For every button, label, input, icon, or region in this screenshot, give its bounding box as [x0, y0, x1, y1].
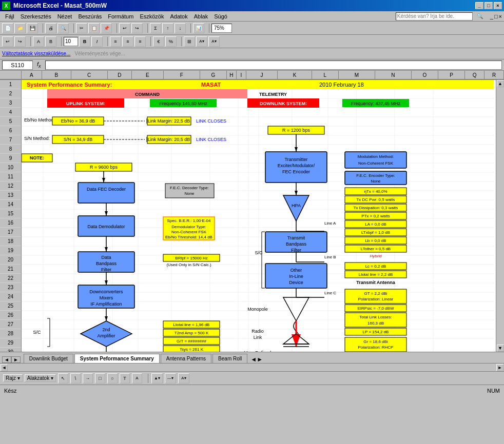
chart-button[interactable]: 📊 — [193, 23, 204, 33]
col-header-n[interactable]: N — [375, 71, 412, 79]
align-right-button[interactable]: ≡ — [134, 36, 146, 47]
row-27[interactable]: 27 — [0, 320, 21, 329]
tab-beam-roll[interactable]: Beam Roll — [212, 354, 247, 363]
draw-font-color-button[interactable]: A▾ — [178, 373, 189, 384]
vertical-scrollbar[interactable]: ▲ ▼ — [496, 80, 504, 352]
currency-button[interactable]: € — [153, 36, 164, 47]
row-17[interactable]: 17 — [0, 228, 21, 237]
row-6[interactable]: 6 — [0, 126, 21, 135]
new-button[interactable]: 📄 — [2, 23, 13, 33]
draw-arrow-button[interactable]: → — [83, 373, 93, 384]
menu-view[interactable]: Nézet — [54, 12, 75, 21]
help-search-input[interactable] — [396, 12, 473, 21]
col-header-l[interactable]: L — [312, 71, 339, 79]
scroll-left-button[interactable]: ◄ — [1, 364, 8, 371]
draw-wordart-button[interactable]: A — [132, 373, 142, 384]
col-header-m[interactable]: M — [339, 71, 375, 79]
row-20[interactable]: 20 — [0, 255, 21, 265]
sort-asc-button[interactable]: ↑ — [162, 23, 173, 33]
row-26[interactable]: 26 — [0, 311, 21, 320]
align-center-button[interactable]: ≡ — [122, 36, 133, 47]
open-button[interactable]: 📁 — [14, 23, 26, 33]
draw-select-button[interactable]: ↖ — [58, 373, 68, 384]
draw-textbox-button[interactable]: T — [120, 373, 130, 384]
print-preview-button[interactable]: 🔍 — [57, 23, 69, 33]
scroll-right-button[interactable]: ► — [496, 364, 503, 371]
tab-scroll-end[interactable]: ◄► — [250, 356, 263, 363]
row-7[interactable]: 7 — [0, 135, 21, 145]
app-minimize-button[interactable]: _ — [490, 13, 493, 19]
row-8[interactable]: 8 — [0, 145, 21, 154]
print-button[interactable]: 🖨 — [45, 23, 56, 33]
row-5[interactable]: 5 — [0, 117, 21, 126]
app-close-button[interactable]: × — [499, 13, 502, 19]
save-button[interactable]: 💾 — [27, 23, 38, 33]
percent-button[interactable]: % — [165, 36, 177, 47]
row-15[interactable]: 15 — [0, 209, 21, 218]
tb2-btn3[interactable]: A — [33, 36, 44, 47]
draw-oval-button[interactable]: ○ — [107, 373, 118, 384]
restore-button[interactable]: □ — [484, 2, 493, 9]
row-23[interactable]: 23 — [0, 283, 21, 292]
font-color-button[interactable]: A▾ — [208, 36, 220, 47]
row-22[interactable]: 22 — [0, 274, 21, 283]
row-14[interactable]: 14 — [0, 200, 21, 209]
row-4[interactable]: 4 — [0, 108, 21, 117]
scroll-up-button[interactable]: ▲ — [497, 80, 504, 87]
col-header-i[interactable]: I — [237, 71, 246, 79]
autosum-button[interactable]: Σ — [150, 23, 161, 33]
row-2[interactable]: 2 — [0, 89, 21, 98]
row-9[interactable]: 9 — [0, 154, 21, 163]
tab-downlink-budget[interactable]: Downlink Budget — [24, 354, 73, 363]
row-29[interactable]: 29 — [0, 338, 21, 348]
col-header-e[interactable]: E — [132, 71, 164, 79]
row-10[interactable]: 10 — [0, 163, 21, 172]
row-3[interactable]: 3 — [0, 98, 21, 108]
col-header-p[interactable]: P — [438, 71, 465, 79]
row-28[interactable]: 28 — [0, 329, 21, 338]
draw-fill-color-button[interactable]: ▲▾ — [151, 373, 163, 384]
align-left-button[interactable]: ≡ — [110, 36, 121, 47]
row-1[interactable]: 1 — [0, 80, 21, 89]
menu-data[interactable]: Adatok — [167, 12, 190, 21]
col-header-r[interactable]: R — [484, 71, 504, 79]
menu-help[interactable]: Súgó — [211, 12, 230, 21]
draw-line-button[interactable]: \ — [70, 373, 81, 384]
paste-button[interactable]: 📌 — [101, 23, 112, 33]
menu-file[interactable]: Fájl — [2, 12, 17, 21]
menu-format[interactable]: Formátum — [105, 12, 137, 21]
italic-button[interactable]: I — [91, 36, 103, 47]
scroll-down-button[interactable]: ▼ — [497, 345, 504, 352]
row-24[interactable]: 24 — [0, 292, 21, 301]
col-header-j[interactable]: J — [246, 71, 278, 79]
sort-desc-button[interactable]: ↓ — [175, 23, 186, 33]
notification-link2[interactable]: Véleményezés vége... — [74, 51, 125, 56]
tab-scroll-left-button[interactable]: ◄ — [2, 356, 11, 363]
formula-input[interactable] — [45, 60, 502, 70]
app-restore-button[interactable]: □ — [494, 13, 498, 19]
notification-link1[interactable]: Változtatások visszaküldése... — [2, 51, 70, 56]
borders-button[interactable]: ⊞ — [184, 36, 195, 47]
cut-button[interactable]: ✂ — [76, 23, 87, 33]
row-18[interactable]: 18 — [0, 237, 21, 246]
col-header-b[interactable]: B — [42, 71, 71, 79]
row-25[interactable]: 25 — [0, 301, 21, 311]
draw-rect-button[interactable]: □ — [95, 373, 105, 384]
fill-color-button[interactable]: A▾ — [196, 36, 207, 47]
col-header-h[interactable]: H — [227, 71, 237, 79]
row-19[interactable]: 19 — [0, 246, 21, 255]
minimize-button[interactable]: _ — [475, 2, 483, 9]
tb2-btn1[interactable]: ↩ — [2, 36, 13, 47]
col-header-k[interactable]: K — [278, 71, 312, 79]
row-11[interactable]: 11 — [0, 172, 21, 181]
tab-scroll-right-button[interactable]: ► — [11, 356, 21, 363]
cell-reference-input[interactable]: S110 — [2, 60, 33, 70]
row-30[interactable]: 30 — [0, 348, 21, 352]
undo-button[interactable]: ↩ — [119, 23, 130, 33]
tb2-btn4[interactable]: B — [45, 36, 56, 47]
row-16[interactable]: 16 — [0, 218, 21, 228]
row-12[interactable]: 12 — [0, 181, 21, 191]
tb2-btn2[interactable]: ↪ — [14, 36, 26, 47]
draw-line-color-button[interactable]: —▾ — [165, 373, 176, 384]
tab-system-performance[interactable]: System Peformance Summary — [74, 354, 160, 363]
